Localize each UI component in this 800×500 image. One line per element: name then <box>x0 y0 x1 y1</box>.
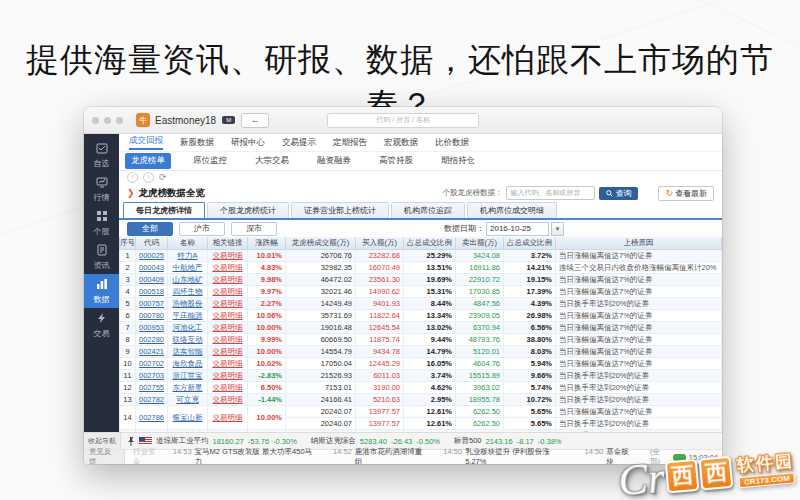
watermark-xi1: 西 <box>665 459 700 494</box>
stock-code-link[interactable]: 000043 <box>139 263 164 272</box>
trade-detail-link[interactable]: 交易明细 <box>213 383 243 392</box>
filter-沪市[interactable]: 沪市 <box>179 222 225 236</box>
query-button[interactable]: 查询 <box>599 187 638 200</box>
cell-sell-pct: 19.15% <box>504 274 556 286</box>
refresh-icon[interactable]: ⟳ <box>159 172 167 182</box>
cell-sell: 6370.94 <box>456 322 504 334</box>
cell-name: 河池化工 <box>168 322 208 334</box>
stock-name-link[interactable]: 东方新星 <box>173 383 203 392</box>
stock-name-link[interactable]: 平庄能源 <box>173 311 203 320</box>
sidebar-item-数据[interactable]: 数据 <box>84 274 119 308</box>
ticker-item[interactable]: 14:50乳业板块提升 伊利股份涨5.27% <box>443 447 570 464</box>
nav-forward-icon[interactable]: › <box>143 172 154 183</box>
sidebar-item-行情[interactable]: 行情 <box>84 172 119 206</box>
submenu-item-席位监控[interactable]: 席位监控 <box>187 153 233 169</box>
global-search-input[interactable]: 代码 / 拼音 / 名称 <box>327 113 479 128</box>
date-input[interactable]: 2016-10-25 <box>486 222 549 236</box>
tab-机构席位追踪[interactable]: 机构席位追踪 <box>391 202 465 218</box>
menu-item-新股数据[interactable]: 新股数据 <box>180 137 214 149</box>
stock-code-link[interactable]: 000025 <box>139 251 164 260</box>
stock-name-link[interactable]: 四环生物 <box>173 287 203 296</box>
cell-code: 000043 <box>136 262 168 274</box>
stock-code-link[interactable]: 000409 <box>139 275 164 284</box>
stock-name-link[interactable]: 河池化工 <box>173 323 203 332</box>
trade-detail-link[interactable]: 交易明细 <box>213 263 243 272</box>
table-row: 2000043中航地产交易明细4.83%32982.3516070.4913.5… <box>120 262 722 274</box>
stock-code-link[interactable]: 002421 <box>139 347 164 356</box>
cell-buy: 3190.00 <box>356 382 404 394</box>
calendar-dropdown-icon[interactable]: ▾ <box>551 222 564 236</box>
pushpin-icon[interactable] <box>127 437 135 446</box>
trade-detail-link[interactable]: 交易明细 <box>213 359 243 368</box>
window-close-button[interactable] <box>92 117 99 124</box>
trade-detail-link[interactable]: 交易明细 <box>213 299 243 308</box>
submenu-item-高管持股[interactable]: 高管持股 <box>373 153 419 169</box>
trade-detail-link[interactable]: 交易明细 <box>213 275 243 284</box>
trade-detail-link[interactable]: 交易明细 <box>213 395 243 404</box>
stock-name-link[interactable]: 银宝山新 <box>173 413 203 422</box>
trade-detail-link[interactable]: 交易明细 <box>213 311 243 320</box>
trade-detail-link[interactable]: 交易明细 <box>213 323 243 332</box>
menu-item-研报中心[interactable]: 研报中心 <box>231 137 265 149</box>
chevron-right-icon: ❯ <box>127 188 135 198</box>
cell-buy-pct: 13.51% <box>404 262 456 274</box>
filter-全部[interactable]: 全部 <box>127 222 173 236</box>
stock-code-link[interactable]: 002786 <box>139 413 164 422</box>
stock-name-link[interactable]: 浙江世宝 <box>173 371 203 380</box>
submenu-item-龙虎榜单[interactable]: 龙虎榜单 <box>125 153 171 169</box>
sidebar-item-自选[interactable]: 自选 <box>84 138 119 172</box>
tab-每日龙虎榜详情[interactable]: 每日龙虎榜详情 <box>123 202 205 218</box>
window-zoom-button[interactable] <box>116 117 123 124</box>
submenu-item-大宗交易[interactable]: 大宗交易 <box>249 153 295 169</box>
stock-code-link[interactable]: 002702 <box>139 359 164 368</box>
tab-证券营业部上榜统计[interactable]: 证券营业部上榜统计 <box>291 202 389 218</box>
ticker-item[interactable]: 14:52鹿港市花药酒湖博重组 <box>333 447 429 464</box>
cell-sell: 15515.89 <box>456 370 504 382</box>
stock-name-link[interactable]: 可立克 <box>176 395 199 404</box>
stock-code-link[interactable]: 000953 <box>139 323 164 332</box>
stock-name-link[interactable]: 浩物股份 <box>173 299 203 308</box>
sidebar-item-交易[interactable]: 交易 <box>84 308 119 342</box>
ticker-item[interactable]: 14:53宝马M2 GTS改装版 最大功率450马力 <box>173 447 319 464</box>
menu-item-成交回报[interactable]: 成交回报 <box>129 135 163 150</box>
back-button[interactable]: ← <box>241 113 269 128</box>
lhb-table: 序号代码名称相关链接涨跌幅龙虎榜成交额(万)买入额(万)占总成交比例卖出额(万)… <box>119 237 722 432</box>
stock-code-link[interactable]: 000757 <box>139 299 164 308</box>
trade-detail-link[interactable]: 交易明细 <box>213 347 243 356</box>
stock-code-link[interactable]: 000780 <box>139 311 164 320</box>
stock-code-link[interactable]: 002703 <box>139 371 164 380</box>
tab-个股龙虎榜统计[interactable]: 个股龙虎榜统计 <box>207 202 289 218</box>
stock-search-input[interactable]: 输入代码、名称或拼音 <box>506 186 595 200</box>
nav-back-icon[interactable]: ‹ <box>127 172 138 183</box>
feedback-button[interactable]: 意见反馈 <box>84 450 125 464</box>
menu-item-交易提示[interactable]: 交易提示 <box>282 137 316 149</box>
stock-code-link[interactable]: 002280 <box>139 335 164 344</box>
trade-detail-link[interactable]: 交易明细 <box>213 335 243 344</box>
trade-detail-link[interactable]: 交易明细 <box>213 251 243 260</box>
menu-item-比价数据[interactable]: 比价数据 <box>435 137 469 149</box>
sidebar-item-个股[interactable]: 个股 <box>84 206 119 240</box>
stock-code-link[interactable]: 000518 <box>139 287 164 296</box>
trade-detail-link[interactable]: 交易明细 <box>213 287 243 296</box>
tab-机构席位成交明细[interactable]: 机构席位成交明细 <box>467 202 557 218</box>
stock-name-link[interactable]: 山东地矿 <box>173 275 203 284</box>
menu-item-定期报告[interactable]: 定期报告 <box>333 137 367 149</box>
menu-item-宏观数据[interactable]: 宏观数据 <box>384 137 418 149</box>
stock-name-link[interactable]: 海欣食品 <box>173 359 203 368</box>
cell-buy: 9401.93 <box>356 298 404 310</box>
stock-name-link[interactable]: 特力A <box>177 251 197 260</box>
stock-name-link[interactable]: 达实智能 <box>173 347 203 356</box>
trade-detail-link[interactable]: 交易明细 <box>213 371 243 380</box>
trade-detail-link[interactable]: 交易明细 <box>213 413 243 422</box>
submenu-item-融资融券[interactable]: 融资融券 <box>311 153 357 169</box>
stock-code-link[interactable]: 002755 <box>139 383 164 392</box>
sidebar-item-资讯[interactable]: 资讯 <box>84 240 119 274</box>
window-minimize-button[interactable] <box>104 117 111 124</box>
filter-深市[interactable]: 深市 <box>231 222 277 236</box>
view-latest-button[interactable]: ↻ 查看最新 <box>658 186 714 201</box>
stock-name-link[interactable]: 联络互动 <box>173 335 203 344</box>
stock-name-link[interactable]: 中航地产 <box>173 263 203 272</box>
stock-code-link[interactable]: 002782 <box>139 395 164 404</box>
submenu-item-期指持仓[interactable]: 期指持仓 <box>435 153 481 169</box>
nav-row: ‹ › ⟳ <box>119 171 722 183</box>
